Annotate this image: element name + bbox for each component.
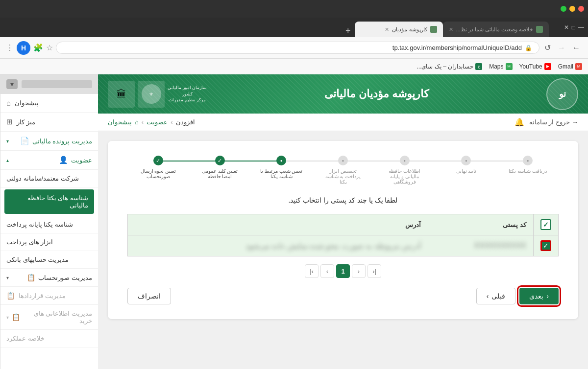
row-checkbox[interactable]: ✓ <box>540 240 551 251</box>
sidebar-item-payment-tools[interactable]: ابزار های پرداخت <box>0 233 98 251</box>
sidebar-item-performance[interactable]: خلاصه عملکرد <box>0 330 98 347</box>
sidebar-section-tax-folder[interactable]: مدیریت پرونده مالیاتی 📄 ▾ <box>0 132 98 151</box>
row-checkbox-cell[interactable]: ✓ <box>534 235 559 256</box>
forward-button[interactable]: → <box>556 42 567 54</box>
extensions-button[interactable]: 🧩 <box>33 43 43 52</box>
sidebar-item-purchase-label: مدیریت اطلاعاتی های خرید <box>23 310 92 324</box>
logout-icon: → <box>572 118 578 126</box>
bookmark-maps[interactable]: M Maps <box>489 63 512 70</box>
sidebar-section-membership[interactable]: عضویت 👤 ▴ <box>0 151 98 170</box>
next-icon: ‹ <box>546 292 549 300</box>
step-1: ✓ تعیین نحوه ارسال صورتحساب <box>127 156 189 179</box>
bookmark-youtube[interactable]: ▶ YouTube <box>519 63 551 70</box>
sidebar-section-invoice[interactable]: مدیریت صورتحساب 📋 ▾ <box>0 269 98 287</box>
profile-avatar[interactable]: H <box>17 41 30 55</box>
prev-button[interactable]: قبلی › <box>476 288 516 304</box>
page-area: تو کارپوشه مؤدیان مالیاتی سازمان امور ما… <box>98 74 588 369</box>
new-tab-button[interactable]: + <box>342 26 355 36</box>
step-4-circle: ● <box>338 156 348 165</box>
breadcrumb-add: افزودن <box>176 118 195 126</box>
chevron-down-icon: ▾ <box>6 138 9 144</box>
home-icon: ⌂ <box>6 99 11 107</box>
tab-inactive[interactable]: خلاصه وضعیت مالیاتی شما در نظ... ✕ <box>443 22 549 37</box>
invoice-icon: 📋 <box>27 274 35 281</box>
membership-icon: 👤 <box>59 156 68 164</box>
logout-button[interactable]: → خروج از سامانه <box>529 118 578 126</box>
pagination-page-1[interactable]: 1 <box>336 264 350 278</box>
progress-steps: ✓ تعیین نحوه ارسال صورتحساب ✓ تعیین کلید… <box>127 156 559 184</box>
sidebar: ▾ پیشخوان ⌂ میز کار ⊞ مدیریت پرونده مالی… <box>0 74 98 369</box>
breadcrumb-sep1: › <box>171 118 172 126</box>
pagination-last-button[interactable]: |‹ <box>305 264 318 278</box>
instruction-text: لطفا یک یا چند کد پستی را انتخاب کنید. <box>127 196 559 204</box>
bookmark-accounting[interactable]: ح حسابداران – یک سای... <box>416 63 482 70</box>
pagination-next-button[interactable]: › <box>352 264 366 278</box>
form-actions: ‹ بعدی قبلی › انصراف <box>127 288 559 304</box>
sidebar-dropdown-icon[interactable]: ▾ <box>6 79 18 89</box>
step-7: ● دریافت شناسه یکتا <box>497 156 559 174</box>
step-1-label: تعیین نحوه ارسال صورتحساب <box>136 168 180 179</box>
step-3-circle: ● <box>276 156 286 165</box>
breadcrumb-sep2: › <box>142 118 144 126</box>
step-6: ● تایید نهایی <box>436 156 497 174</box>
col-header-address: آدرس <box>128 214 428 235</box>
bookmark-gmail[interactable]: M Gmail <box>558 63 582 70</box>
next-label: بعدی <box>529 292 543 300</box>
contracts-icon: 📋 <box>6 292 15 300</box>
browser-chrome <box>0 0 588 18</box>
sidebar-nav: پیشخوان ⌂ میز کار ⊞ مدیریت پرونده مالیات… <box>0 94 98 347</box>
menu-button[interactable]: ⋮ <box>6 43 14 52</box>
breadcrumb-membership[interactable]: عضویت <box>147 118 168 126</box>
back-button[interactable]: ← <box>570 42 582 54</box>
pagination-first-button[interactable]: ›| <box>368 264 381 278</box>
header-checkbox[interactable]: ✓ <box>540 219 551 230</box>
sidebar-item-payment-id-label: شناسه یکتا پایانه پرداخت <box>6 221 73 228</box>
col-header-postal: کد پستی <box>428 214 534 235</box>
bookmarks-bar: M Gmail ▶ YouTube M Maps ح حسابداران – ی… <box>0 59 588 74</box>
sidebar-section-purchase[interactable]: مدیریت اطلاعاتی های خرید 📋 ▾ <box>0 305 98 330</box>
sidebar-item-payment-id[interactable]: شناسه یکتا پایانه پرداخت <box>0 216 98 233</box>
breadcrumb-home[interactable]: پیشخوان <box>108 118 132 126</box>
breadcrumb-home-icon[interactable]: ⌂ <box>135 118 139 126</box>
cancel-button[interactable]: انصراف <box>127 288 171 304</box>
sidebar-item-gov-company[interactable]: شرکت معتمد/سامانه دولتی <box>0 170 98 187</box>
step-2-circle: ✓ <box>215 156 225 165</box>
sidebar-item-membership-label: عضویت <box>71 157 92 164</box>
sidebar-item-contracts-label: مدیریت قراردادها <box>19 292 66 300</box>
sidebar-item-workdesk[interactable]: میز کار ⊞ <box>0 113 98 132</box>
data-table: ✓ کد پستی آدرس ✓ XXXXXXXXXX آدرس مر <box>127 214 559 256</box>
bookmark-star-button[interactable]: ☆ <box>46 43 53 52</box>
toolbar: → خروج از سامانه 🔔 افزودن › عضویت › ⌂ پی… <box>98 114 588 131</box>
tax-folder-icon: 📄 <box>20 137 29 145</box>
purchase-icon: 📋 <box>12 313 20 321</box>
sidebar-item-dashboard-label: پیشخوان <box>15 99 39 107</box>
header-title: کارپوشه مؤدیان مالیاتی <box>324 88 429 100</box>
reload-button[interactable]: ↺ <box>542 41 553 54</box>
step-5: ● اطلاعات حافظه مالیاتی و پایانه فروشگاه… <box>374 156 436 184</box>
breadcrumb: افزودن › عضویت › ⌂ پیشخوان <box>108 118 195 126</box>
step-3-label: تعیین شعب مرتبط با شناسه یکتا <box>259 168 303 179</box>
sidebar-item-tax-wallet[interactable]: شناسه های یکتا حافظه مالیاتی <box>4 189 94 214</box>
tab-bar: خلاصه وضعیت مالیاتی شما در نظ... ✕ کارپو… <box>0 18 588 37</box>
sidebar-item-dashboard[interactable]: پیشخوان ⌂ <box>0 94 98 113</box>
sidebar-item-contracts[interactable]: مدیریت قراردادها 📋 <box>0 287 98 305</box>
step-2-label: تعیین کلید عمومی امضا حافظه <box>198 168 242 179</box>
main-layout: تو کارپوشه مؤدیان مالیاتی سازمان امور ما… <box>0 74 588 369</box>
header-left-logo: سازمان امور مالیاتی کشورمرکز تنظیم مقررا… <box>108 81 207 108</box>
sidebar-user[interactable]: ▾ <box>0 74 98 94</box>
next-button[interactable]: ‹ بعدی <box>519 288 559 304</box>
step-7-circle: ● <box>523 156 533 165</box>
table-row: ✓ XXXXXXXXXX آدرس مربوطه به صورت محو شده… <box>128 235 559 256</box>
nav-buttons: ‹ بعدی قبلی › <box>476 288 559 304</box>
url-bar[interactable]: 🔒 tp.tax.gov.ir/membership/normalUniqueI… <box>56 42 539 54</box>
tab-active[interactable]: کارپوشه مؤدیان ✕ <box>355 22 443 37</box>
step-5-circle: ● <box>400 156 410 165</box>
pagination-prev-button[interactable]: ‹ <box>320 264 334 278</box>
sidebar-item-bank-accounts[interactable]: مدیریت حسابهای بانکی <box>0 251 98 269</box>
step-3: ● تعیین شعب مرتبط با شناسه یکتا <box>250 156 312 179</box>
bell-icon[interactable]: 🔔 <box>514 117 524 127</box>
step-5-label: اطلاعات حافظه مالیاتی و پایانه فروشگاهی <box>383 168 427 184</box>
pagination: |‹ ‹ 1 › ›| <box>127 264 559 278</box>
content-area: ✓ تعیین نحوه ارسال صورتحساب ✓ تعیین کلید… <box>98 131 588 329</box>
step-1-circle: ✓ <box>153 156 163 165</box>
